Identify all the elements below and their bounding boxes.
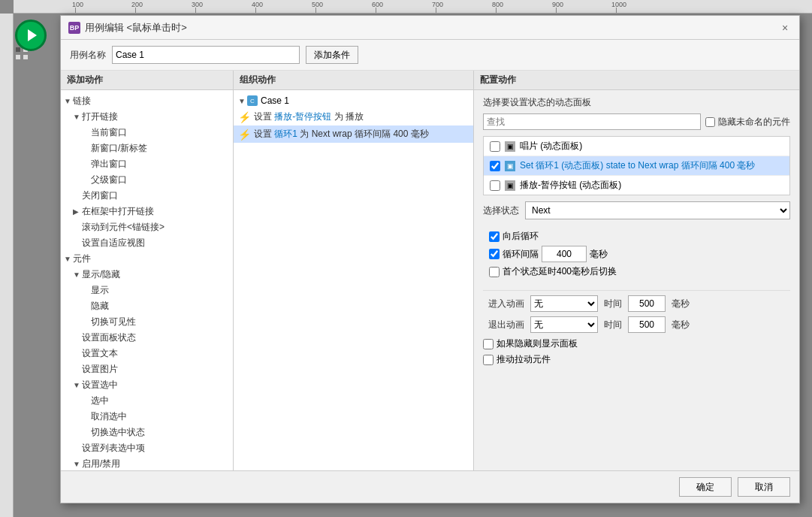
tree-item-new-window[interactable]: 新窗口/新标签: [61, 141, 233, 156]
search-row: 隐藏未命名的元件: [483, 113, 790, 130]
close-button[interactable]: ×: [778, 21, 792, 35]
push-widgets-checkbox[interactable]: [483, 355, 494, 365]
ruler-horizontal: 100 200 300 400 500 600 700 800 900 1000: [14, 0, 812, 14]
dialog-main: BP 用例编辑 <鼠标单击时> × 用例名称 添加条件 添加动作 链接: [60, 15, 800, 503]
lightning-icon-2: ⚡: [238, 128, 251, 141]
tree-arrow-set-selected: [73, 381, 82, 389]
tree-item-link[interactable]: 链接: [61, 93, 233, 109]
show-panel-checkbox[interactable]: [483, 339, 494, 349]
push-widgets-row: 推动拉动元件: [483, 353, 790, 366]
add-condition-button[interactable]: 添加条件: [306, 46, 358, 64]
panel-checkbox-1[interactable]: [490, 141, 500, 152]
panel-checkbox-3[interactable]: [490, 180, 500, 191]
tree-arrow-open-link: [73, 113, 82, 121]
tree-item-parent-window[interactable]: 父级窗口: [61, 172, 233, 188]
mid-panel: 组织动作 C Case 1 ⚡ 设置 播放-暂停按钮 为 播放 ⚡: [234, 71, 474, 470]
tree-item-show-hide[interactable]: 显示/隐藏: [61, 267, 233, 283]
option-first-delay-label: 首个状态延时400毫秒后切换: [503, 265, 617, 278]
search-input[interactable]: [483, 113, 701, 130]
tree-item-current-window[interactable]: 当前窗口: [61, 125, 233, 141]
option-first-delay-row: 首个状态延时400毫秒后切换: [489, 265, 784, 278]
ruler-vertical: [0, 14, 14, 517]
tree-item-scroll-to[interactable]: 滚动到元件<锚链接>: [61, 219, 233, 235]
panel-list: ▣ 唱片 (动态面板) ▣ Set 循环1 (动态面板) state to Ne…: [483, 136, 790, 195]
case-label: Case 1: [261, 95, 289, 106]
option-interval-row: 循环间隔 毫秒: [489, 246, 784, 262]
tree-item-widget[interactable]: 元件: [61, 251, 233, 267]
case-header-item: C Case 1: [234, 93, 473, 108]
tree-item-toggle-selected[interactable]: 切换选中状态: [61, 425, 233, 440]
exit-time-label: 时间: [604, 319, 622, 331]
cancel-button[interactable]: 取消: [738, 477, 790, 497]
svg-marker-0: [28, 29, 37, 41]
enter-time-input[interactable]: [628, 295, 666, 312]
action-text-1: 设置 播放-暂停按钮 为 播放: [254, 110, 364, 123]
panel-icon-3: ▣: [505, 180, 515, 191]
tree-arrow-enable-disable: [73, 460, 82, 468]
mid-tree-area[interactable]: C Case 1 ⚡ 设置 播放-暂停按钮 为 播放 ⚡ 设置 循环1 为 Ne…: [234, 90, 473, 470]
hide-unnamed-checkbox[interactable]: [705, 117, 715, 127]
tree-item-hide[interactable]: 隐藏: [61, 298, 233, 314]
config-panel: 选择要设置状态的动态面板 隐藏未命名的元件 ▣: [474, 90, 799, 470]
dialog-titlebar: BP 用例编辑 <鼠标单击时> ×: [61, 16, 799, 40]
tree-item-set-panel-state[interactable]: 设置面板状态: [61, 330, 233, 346]
dialog-title-icon: BP: [68, 22, 80, 34]
action-item-2[interactable]: ⚡ 设置 循环1 为 Next wrap 循环间隔 400 毫秒: [234, 125, 473, 143]
enter-anim-label: 进入动画: [483, 298, 524, 310]
case-tree-arrow: [238, 97, 247, 105]
option-loop-label: 向后循环: [503, 230, 539, 243]
state-label: 选择状态: [483, 204, 519, 217]
option-loop-checkbox[interactable]: [489, 231, 500, 242]
panel-list-item-2[interactable]: ▣ Set 循环1 (动态面板) state to Next wrap 循环间隔…: [484, 156, 789, 176]
panels-row: 添加动作 链接 打开链接 当前窗口: [61, 71, 799, 470]
tree-item-open-link[interactable]: 打开链接: [61, 109, 233, 125]
tree-item-set-adaptive[interactable]: 设置自适应视图: [61, 235, 233, 251]
tree-item-deselect[interactable]: 取消选中: [61, 409, 233, 425]
action-item-1[interactable]: ⚡ 设置 播放-暂停按钮 为 播放: [234, 108, 473, 125]
tree-item-show[interactable]: 显示: [61, 283, 233, 298]
panel-list-item-3[interactable]: ▣ 播放-暂停按钮 (动态面板): [484, 176, 789, 195]
tree-item-set-selected[interactable]: 设置选中: [61, 377, 233, 393]
case-name-input[interactable]: [112, 46, 300, 64]
options-section: 向后循环 循环间隔 毫秒 首个状态延时400毫秒后切换: [483, 225, 790, 286]
left-tree-area[interactable]: 链接 打开链接 当前窗口 新窗口/新标签: [61, 90, 233, 470]
case-name-label: 用例名称: [70, 49, 106, 62]
option-interval-checkbox[interactable]: [489, 249, 500, 259]
option-interval-unit: 毫秒: [590, 248, 608, 261]
panel-icon-2: ▣: [505, 161, 515, 171]
tree-arrow-link: [64, 97, 73, 105]
show-panel-label: 如果隐藏则显示面板: [497, 337, 578, 350]
tree-item-open-in-frame[interactable]: 在框架中打开链接: [61, 204, 233, 219]
panel-list-item-1[interactable]: ▣ 唱片 (动态面板): [484, 137, 789, 156]
option-interval-input[interactable]: [542, 246, 587, 262]
tree-item-close-window[interactable]: 关闭窗口: [61, 188, 233, 204]
exit-anim-select[interactable]: 无: [530, 316, 598, 333]
tree-item-select[interactable]: 选中: [61, 393, 233, 409]
show-panel-row: 如果隐藏则显示面板: [483, 337, 790, 350]
tree-arrow-frame: [73, 207, 82, 216]
state-select[interactable]: Next Previous First Last: [525, 201, 790, 219]
tree-item-set-image[interactable]: 设置图片: [61, 361, 233, 377]
tree-item-set-list-selected[interactable]: 设置列表选中项: [61, 440, 233, 456]
enter-anim-select[interactable]: 无: [530, 295, 598, 312]
tree-item-enable-disable[interactable]: 启用/禁用: [61, 456, 233, 470]
confirm-button[interactable]: 确定: [679, 477, 732, 497]
state-row: 选择状态 Next Previous First Last: [483, 201, 790, 219]
tree-arrow-show-hide: [73, 271, 82, 279]
enter-anim-row: 进入动画 无 时间 毫秒: [483, 295, 790, 312]
enter-time-unit: 毫秒: [672, 298, 690, 310]
select-panel-label: 选择要设置状态的动态面板: [483, 96, 790, 109]
exit-time-input[interactable]: [628, 316, 666, 333]
tree-item-toggle-visible[interactable]: 切换可见性: [61, 314, 233, 330]
option-first-delay-checkbox[interactable]: [489, 267, 500, 277]
right-panel-header: 配置动作: [474, 71, 799, 90]
hide-unnamed-label[interactable]: 隐藏未命名的元件: [705, 116, 790, 128]
tree-item-set-text[interactable]: 设置文本: [61, 346, 233, 361]
option-interval-label: 循环间隔: [503, 248, 539, 261]
tree-item-popup[interactable]: 弹出窗口: [61, 156, 233, 172]
green-arrow-icon: [15, 20, 47, 51]
panel-checkbox-2[interactable]: [490, 161, 500, 171]
tree-arrow-widget: [64, 255, 73, 263]
extra-options: 如果隐藏则显示面板 推动拉动元件: [483, 337, 790, 366]
case-icon: C: [247, 95, 258, 106]
